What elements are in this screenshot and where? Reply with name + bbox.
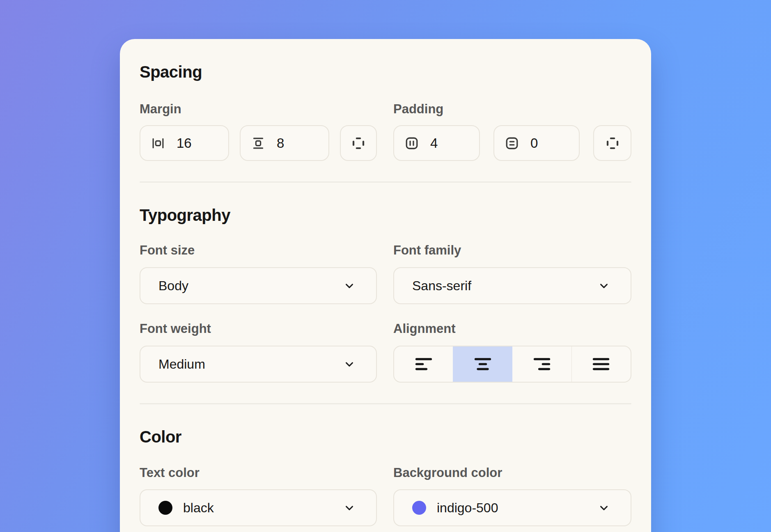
margin-horizontal-input[interactable]: 16	[140, 125, 229, 161]
margin-individual-sides-button[interactable]	[340, 125, 377, 161]
padding-individual-sides-button[interactable]	[593, 125, 631, 161]
align-center-icon	[474, 355, 492, 373]
margin-label: Margin	[140, 102, 377, 117]
align-center-button[interactable]	[453, 346, 512, 382]
padding-horizontal-input[interactable]: 4	[393, 125, 480, 161]
margin-vertical-icon	[251, 136, 265, 150]
desktop-background: Spacing Margin Padding 16	[0, 0, 771, 532]
font-size-dropdown[interactable]: Body	[140, 267, 377, 304]
alignment-segmented-control	[393, 346, 631, 383]
margin-vertical-value: 8	[277, 135, 284, 151]
text-color-label: Text color	[140, 466, 377, 480]
section-divider	[140, 181, 631, 183]
padding-vertical-input[interactable]: 0	[493, 125, 580, 161]
section-divider	[140, 403, 631, 404]
background-color-dropdown[interactable]: indigo-500	[393, 489, 631, 526]
background-color-value: indigo-500	[437, 500, 498, 516]
font-weight-label: Font weight	[140, 321, 377, 336]
align-right-icon	[533, 355, 551, 373]
font-weight-value: Medium	[158, 357, 205, 372]
section-title-color: Color	[140, 427, 631, 447]
font-size-value: Body	[158, 278, 188, 294]
alignment-label: Alignment	[393, 321, 631, 336]
margin-horizontal-value: 16	[177, 135, 192, 151]
align-justify-icon	[592, 355, 610, 373]
margin-horizontal-icon	[151, 136, 165, 150]
font-family-value: Sans-serif	[412, 278, 471, 294]
align-right-button[interactable]	[512, 346, 571, 382]
chevron-down-icon	[343, 358, 356, 370]
text-color-value: black	[183, 500, 214, 516]
section-title-typography: Typography	[140, 205, 631, 225]
padding-label: Padding	[393, 102, 631, 117]
align-left-button[interactable]	[394, 346, 453, 382]
padding-vertical-value: 0	[530, 135, 538, 151]
chevron-down-icon	[598, 280, 610, 292]
font-family-dropdown[interactable]: Sans-serif	[393, 267, 631, 304]
margin-vertical-input[interactable]: 8	[240, 125, 329, 161]
properties-panel: Spacing Margin Padding 16	[120, 39, 651, 532]
font-family-label: Font family	[393, 243, 631, 258]
padding-horizontal-value: 4	[430, 135, 438, 151]
dashed-square-icon	[605, 136, 620, 151]
chevron-down-icon	[343, 280, 356, 292]
align-justify-button[interactable]	[571, 346, 631, 382]
section-title-spacing: Spacing	[140, 62, 631, 82]
text-color-swatch	[158, 501, 172, 515]
padding-controls: 4 0	[393, 125, 631, 161]
font-weight-dropdown[interactable]: Medium	[140, 346, 377, 383]
chevron-down-icon	[343, 502, 356, 514]
background-color-swatch	[412, 501, 426, 515]
background-color-label: Background color	[393, 466, 631, 480]
align-left-icon	[415, 355, 433, 373]
padding-vertical-icon	[505, 136, 519, 150]
font-size-label: Font size	[140, 243, 377, 258]
padding-horizontal-icon	[405, 136, 419, 150]
margin-controls: 16 8	[140, 125, 377, 161]
text-color-dropdown[interactable]: black	[140, 489, 377, 526]
dashed-square-icon	[351, 136, 366, 151]
chevron-down-icon	[598, 502, 610, 514]
